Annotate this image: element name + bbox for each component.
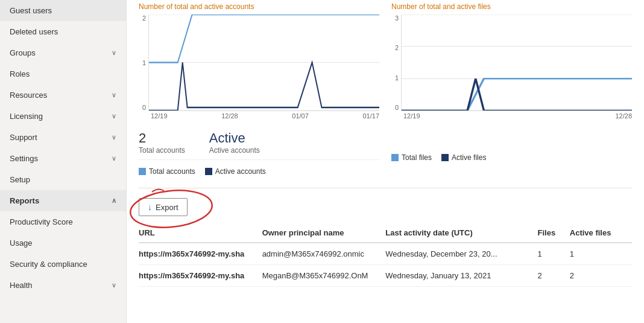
sidebar-item-label: Support	[10, 133, 37, 142]
sidebar-item-label: Security & compliance	[10, 260, 87, 269]
total-accounts-stat: 2 Total accounts	[139, 126, 197, 159]
col-url: URL	[139, 223, 262, 243]
sidebar-item-label: Usage	[10, 238, 33, 248]
data-table: URL Owner principal name Last activity d…	[139, 223, 632, 287]
download-icon: ↓	[148, 202, 152, 212]
legend-box-dark-blue	[205, 168, 212, 175]
row2-files: 2	[538, 265, 570, 287]
sidebar-item-usage[interactable]: Usage	[0, 232, 126, 254]
row1-owner: admin@M365x746992.onmic	[262, 243, 386, 265]
sidebar-item-groups[interactable]: Groups ∨	[0, 42, 126, 63]
chevron-down-icon: ∨	[112, 281, 116, 289]
sidebar-item-label: Roles	[10, 69, 30, 78]
right-chart-area	[401, 14, 632, 111]
table-row: https://m365x746992-my.sha admin@M365x74…	[139, 243, 632, 265]
row2-active-files: 2	[570, 265, 632, 287]
left-chart-legend: Total accounts Active accounts	[139, 167, 379, 176]
chevron-down-icon: ∨	[112, 133, 116, 141]
left-chart-wrapper: 2 1 0	[139, 14, 379, 111]
charts-row: Number of total and active accounts 2 1 …	[139, 2, 632, 176]
sidebar-item-label: Settings	[10, 154, 38, 163]
right-chart-title: Number of total and active files	[391, 2, 632, 11]
export-button[interactable]: ↓ Export	[139, 198, 188, 216]
legend-box-files-light	[391, 154, 399, 161]
col-files: Files	[538, 223, 570, 243]
sidebar-item-resources[interactable]: Resources ∨	[0, 85, 126, 106]
col-last-activity: Last activity date (UTC)	[385, 223, 537, 243]
legend-total-accounts: Total accounts	[139, 167, 195, 176]
legend-box-light-blue	[139, 168, 146, 175]
col-active-files: Active files	[570, 223, 632, 243]
right-chart-container: Number of total and active files 3 2 1 0	[391, 2, 632, 176]
active-accounts-stat: Active Active accounts	[209, 126, 272, 159]
sidebar-item-deleted-users[interactable]: Deleted users	[0, 21, 126, 42]
export-section: ↓ Export	[139, 198, 632, 216]
legend-active-files: Active files	[441, 153, 486, 162]
legend-label-active: Active accounts	[215, 167, 266, 176]
sidebar-item-guest-users[interactable]: Guest users	[0, 0, 126, 21]
total-accounts-value: 2	[139, 130, 185, 146]
sidebar-item-label: Productivity Score	[10, 217, 73, 226]
sidebar-item-roles[interactable]: Roles	[0, 63, 126, 85]
divider	[139, 188, 632, 188]
total-accounts-label: Total accounts	[139, 146, 185, 155]
sidebar-item-setup[interactable]: Setup	[0, 169, 126, 190]
table-header: URL Owner principal name Last activity d…	[139, 223, 632, 243]
legend-label-active-files: Active files	[452, 153, 486, 162]
row1-url: https://m365x746992-my.sha	[139, 243, 262, 265]
sidebar-item-label: Resources	[10, 91, 47, 100]
table-body: https://m365x746992-my.sha admin@M365x74…	[139, 243, 632, 287]
row2-url: https://m365x746992-my.sha	[139, 265, 262, 287]
right-chart-y-axis: 3 2 1 0	[391, 14, 401, 111]
right-chart-svg	[402, 14, 632, 110]
table-row: https://m365x746992-my.sha MeganB@M365x7…	[139, 265, 632, 287]
legend-label-total: Total accounts	[149, 167, 195, 176]
legend-total-files: Total files	[391, 153, 432, 162]
chevron-down-icon: ∨	[112, 49, 116, 57]
sidebar-item-health[interactable]: Health ∨	[0, 275, 126, 296]
chevron-down-icon: ∨	[112, 155, 116, 162]
export-label: Export	[156, 203, 178, 212]
row1-files: 1	[538, 243, 570, 265]
sidebar-item-label: Health	[10, 281, 33, 290]
chevron-down-icon: ∨	[112, 112, 116, 120]
legend-label-total-files: Total files	[402, 153, 432, 162]
left-chart-container: Number of total and active accounts 2 1 …	[139, 2, 379, 176]
active-accounts-label: Active accounts	[209, 146, 260, 155]
active-accounts-value: Active	[209, 130, 260, 146]
row1-active-files: 1	[570, 243, 632, 265]
sidebar-item-label: Reports	[10, 196, 39, 205]
left-chart-x-axis: 12/19 12/28 01/07 01/17	[139, 112, 379, 120]
left-chart-title: Number of total and active accounts	[139, 2, 379, 11]
row2-last-activity: Wednesday, January 13, 2021	[385, 265, 537, 287]
left-chart-area	[148, 14, 379, 111]
sidebar-item-productivity-score[interactable]: Productivity Score	[0, 211, 126, 232]
right-chart-wrapper: 3 2 1 0	[391, 14, 632, 111]
sidebar-item-label: Setup	[10, 175, 30, 184]
sidebar-item-support[interactable]: Support ∨	[0, 127, 126, 148]
right-chart-x-axis: 12/19 12/28	[391, 112, 632, 120]
sidebar-item-label: Licensing	[10, 112, 43, 121]
chevron-up-icon: ∧	[112, 197, 116, 205]
main-content: Number of total and active accounts 2 1 …	[127, 0, 644, 323]
row2-owner: MeganB@M365x746992.OnM	[262, 265, 386, 287]
left-stats-row: 2 Total accounts Active Active accounts	[139, 126, 379, 160]
sidebar-item-label: Guest users	[10, 6, 52, 15]
left-chart-svg	[149, 14, 379, 110]
sidebar-item-reports[interactable]: Reports ∧	[0, 190, 126, 211]
chevron-down-icon: ∨	[112, 91, 116, 99]
legend-box-files-dark	[441, 154, 449, 161]
row1-last-activity: Wednesday, December 23, 20...	[385, 243, 537, 265]
sidebar-item-label: Deleted users	[10, 27, 58, 36]
legend-active-accounts: Active accounts	[205, 167, 266, 176]
sidebar: Guest users Deleted users Groups ∨ Roles…	[0, 0, 127, 323]
sidebar-item-licensing[interactable]: Licensing ∨	[0, 106, 126, 127]
sidebar-item-security-compliance[interactable]: Security & compliance	[0, 254, 126, 275]
sidebar-item-label: Groups	[10, 48, 36, 57]
right-chart-legend: Total files Active files	[391, 153, 632, 162]
col-owner: Owner principal name	[262, 223, 386, 243]
sidebar-item-settings[interactable]: Settings ∨	[0, 148, 126, 169]
left-chart-y-axis: 2 1 0	[139, 14, 148, 111]
